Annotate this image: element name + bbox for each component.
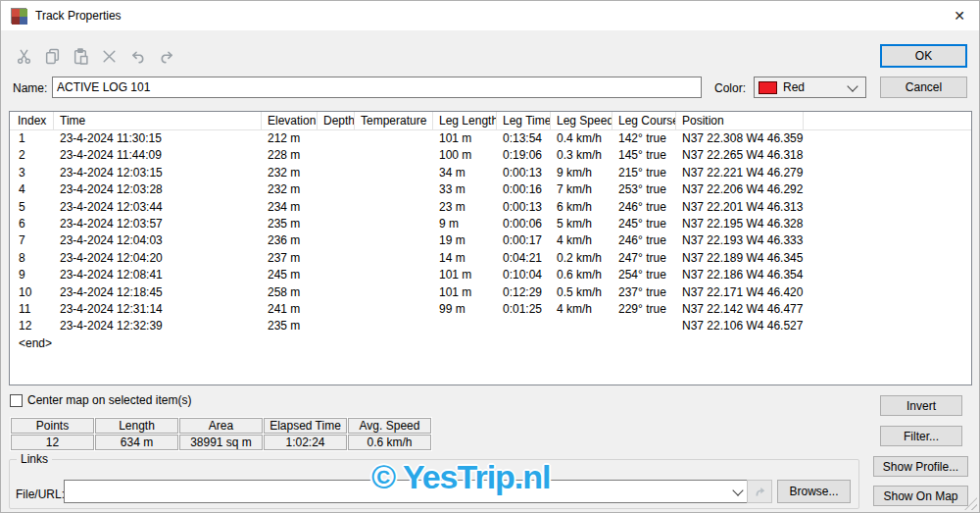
table-cell: 215° true	[612, 165, 676, 181]
table-cell	[355, 181, 433, 198]
name-label: Name:	[13, 81, 47, 95]
table-cell: 245 m	[262, 267, 318, 283]
table-cell: N37 22.189 W4 46.345	[676, 250, 804, 267]
table-cell: 3	[10, 165, 54, 181]
table-cell: 241 m	[262, 301, 318, 318]
filter-button[interactable]: Filter...	[880, 426, 962, 446]
table-cell: 23-4-2024 12:18:45	[54, 284, 262, 301]
table-cell: 23-4-2024 11:44:09	[54, 147, 262, 164]
table-cell-filler	[804, 181, 971, 198]
stats-header-points: Points	[11, 418, 94, 434]
table-cell: 237° true	[612, 284, 676, 301]
cut-icon[interactable]	[15, 47, 33, 66]
table-cell-filler	[804, 318, 971, 334]
cancel-button[interactable]: Cancel	[880, 77, 967, 98]
column-header-leg-course[interactable]: Leg Course	[612, 112, 676, 130]
file-url-input[interactable]	[65, 481, 734, 502]
table-row[interactable]: 123-4-2024 11:30:15212 m101 m0:13:540.4 …	[10, 130, 971, 147]
go-button[interactable]	[747, 480, 772, 503]
table-cell: 23-4-2024 12:03:57	[54, 216, 262, 232]
table-row[interactable]: 823-4-2024 12:04:20237 m14 m0:04:210.2 k…	[10, 250, 971, 267]
table-cell: 232 m	[262, 181, 318, 198]
table-cell: 0:04:21	[497, 250, 551, 267]
titlebar: Track Properties ✕	[1, 1, 979, 30]
copy-icon[interactable]	[43, 47, 62, 66]
table-cell: 229° true	[612, 301, 676, 318]
table-row[interactable]: 523-4-2024 12:03:44234 m23 m0:00:136 km/…	[10, 199, 971, 216]
close-icon[interactable]: ✕	[954, 8, 965, 24]
ok-button[interactable]: OK	[880, 44, 967, 68]
redo-icon[interactable]	[157, 47, 175, 66]
table-row[interactable]: 223-4-2024 11:44:09228 m100 m0:19:060.3 …	[10, 147, 971, 164]
table-cell-filler	[804, 250, 971, 267]
table-cell	[551, 318, 612, 334]
table-cell: 6 km/h	[551, 199, 612, 216]
delete-icon[interactable]	[100, 47, 119, 66]
table-cell: 247° true	[612, 250, 676, 267]
table-row[interactable]: 1223-4-2024 12:32:39235 mN37 22.106 W4 4…	[10, 318, 971, 334]
table-cell: 23 m	[433, 199, 497, 216]
table-cell: N37 22.186 W4 46.354	[676, 267, 804, 283]
table-cell: 23-4-2024 11:30:15	[54, 130, 262, 147]
table-row[interactable]: 1023-4-2024 12:18:45258 m101 m0:12:290.5…	[10, 284, 971, 301]
table-cell	[318, 199, 355, 216]
table-cell: 23-4-2024 12:03:28	[54, 181, 262, 198]
invert-button[interactable]: Invert	[880, 395, 962, 416]
column-header-index[interactable]: Index	[10, 112, 54, 130]
stats-value-area: 38991 sq m	[179, 435, 263, 450]
table-row[interactable]: 1123-4-2024 12:31:14241 m99 m0:01:254 km…	[10, 301, 971, 318]
chevron-down-icon	[847, 80, 858, 91]
column-header-time[interactable]: Time	[54, 112, 262, 130]
show-on-map-button[interactable]: Show On Map	[873, 486, 968, 506]
stats-header-elapsed-time: Elapsed Time	[264, 418, 347, 434]
column-header-temperature[interactable]: Temperature	[355, 112, 433, 130]
table-cell: 145° true	[612, 147, 676, 164]
table-cell-filler	[804, 301, 971, 318]
stats-value-avg-speed: 0.6 km/h	[348, 435, 431, 450]
table-row[interactable]: 623-4-2024 12:03:57235 m9 m0:00:065 km/h…	[10, 216, 971, 232]
table-cell	[318, 301, 355, 318]
table-cell: 7 km/h	[551, 181, 612, 198]
table-cell: 142° true	[612, 130, 676, 147]
column-header-leg-length[interactable]: Leg Length	[433, 112, 497, 130]
undo-icon[interactable]	[128, 47, 147, 66]
table-cell	[355, 232, 433, 249]
table-cell: N37 22.195 W4 46.328	[676, 216, 804, 232]
column-header-position[interactable]: Position	[676, 112, 804, 130]
column-header-depth[interactable]: Depth	[318, 112, 355, 130]
table-cell	[355, 147, 433, 164]
table-cell: 11	[10, 301, 54, 318]
stats-header-length: Length	[95, 418, 178, 434]
column-header-leg-time[interactable]: Leg Time	[497, 112, 551, 130]
paste-icon[interactable]	[72, 47, 90, 66]
column-header-leg-speed[interactable]: Leg Speed	[551, 112, 612, 130]
table-cell: N37 22.265 W4 46.318	[676, 147, 804, 164]
show-profile-button[interactable]: Show Profile...	[873, 456, 968, 477]
table-row[interactable]: 723-4-2024 12:04:03236 m19 m0:00:174 km/…	[10, 232, 971, 249]
table-cell: 10	[10, 284, 54, 301]
table-cell-filler	[804, 267, 971, 283]
column-header-filler	[804, 112, 971, 130]
browse-button[interactable]: Browse...	[777, 480, 851, 503]
table-cell: 100 m	[433, 147, 497, 164]
table-cell: 4	[10, 181, 54, 198]
table-row[interactable]: 323-4-2024 12:03:15232 m34 m0:00:139 km/…	[10, 165, 971, 181]
table-row[interactable]: 923-4-2024 12:08:41245 m101 m0:10:040.6 …	[10, 267, 971, 283]
table-cell: 0.4 km/h	[551, 130, 612, 147]
table-cell: 9 km/h	[551, 165, 612, 181]
column-header-elevation[interactable]: Elevation	[262, 112, 318, 130]
color-select[interactable]: Red	[754, 77, 866, 98]
color-swatch	[759, 81, 777, 94]
chevron-down-icon[interactable]	[732, 485, 743, 495]
table-cell: 101 m	[433, 130, 497, 147]
color-label: Color:	[714, 81, 746, 95]
name-input[interactable]	[52, 77, 702, 98]
table-row[interactable]: 423-4-2024 12:03:28232 m33 m0:00:167 km/…	[10, 181, 971, 198]
table-cell	[355, 267, 433, 283]
file-url-combo[interactable]	[64, 480, 750, 503]
table-cell-filler	[804, 130, 971, 147]
center-map-checkbox[interactable]	[10, 394, 23, 407]
table-cell: 236 m	[262, 232, 318, 249]
table-cell	[355, 199, 433, 216]
table-cell: 0.5 km/h	[551, 284, 612, 301]
